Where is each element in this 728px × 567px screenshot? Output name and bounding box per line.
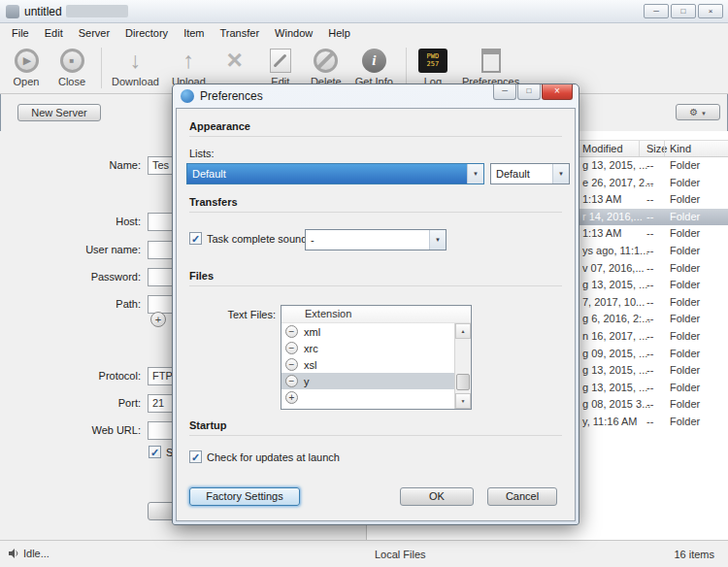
- host-label: Host:: [44, 216, 141, 227]
- list-item[interactable]: − xml: [281, 323, 454, 340]
- status-bar: Idle... Local Files 16 items: [0, 540, 728, 567]
- list-item-selected[interactable]: − y: [281, 373, 454, 389]
- text-files-label: Text Files:: [206, 309, 276, 320]
- section-files: Files: [189, 270, 214, 282]
- toolbar-open[interactable]: ▶ Open: [10, 46, 43, 87]
- add-extension-button[interactable]: +: [285, 391, 298, 404]
- add-path-button[interactable]: +: [150, 312, 166, 327]
- preferences-icon: [481, 49, 501, 73]
- toolbar-delete[interactable]: Delete: [310, 46, 343, 87]
- protocol-label: Protocol:: [44, 370, 141, 382]
- menu-directory[interactable]: Directory: [117, 25, 176, 41]
- menu-item[interactable]: Item: [176, 25, 212, 41]
- chevron-down-icon: ▼: [701, 111, 707, 117]
- log-icon: PWD257: [418, 49, 447, 73]
- menu-window[interactable]: Window: [267, 25, 320, 41]
- scroll-up-icon[interactable]: ▲: [455, 323, 471, 339]
- section-transfers: Transfers: [189, 196, 238, 208]
- extension-list: Extension − xml − xrc − xsl − y: [281, 305, 472, 410]
- window-title: untitled: [24, 5, 62, 18]
- minimize-button[interactable]: ─: [644, 4, 669, 18]
- password-label: Password:: [44, 271, 141, 283]
- check-icon: ✓: [190, 233, 201, 245]
- extension-column-header[interactable]: Extension: [281, 306, 471, 323]
- divider: [189, 285, 562, 286]
- dialog-title: Preferences: [200, 89, 263, 103]
- username-label: User name:: [44, 244, 141, 255]
- menu-server[interactable]: Server: [71, 25, 117, 41]
- factory-settings-button[interactable]: Factory Settings: [189, 487, 300, 506]
- chevron-down-icon: ▼: [429, 230, 446, 250]
- status-local-files: Local Files: [375, 549, 426, 560]
- toolbar-download[interactable]: ↓ Download: [112, 46, 159, 87]
- menu-file[interactable]: File: [4, 25, 37, 41]
- close-button[interactable]: ×: [698, 4, 723, 18]
- menu-transfer[interactable]: Transfer: [213, 25, 268, 41]
- column-modified[interactable]: Modified: [582, 143, 623, 154]
- download-icon: ↓: [130, 48, 142, 73]
- chevron-down-icon: ▼: [552, 164, 569, 183]
- name-label: Name:: [44, 159, 141, 171]
- dialog-maximize-button[interactable]: □: [517, 84, 541, 100]
- check-icon: ✓: [190, 451, 201, 463]
- x-icon: ×: [227, 48, 243, 73]
- lists-dropdown[interactable]: Default ▼: [186, 163, 484, 184]
- dialog-controls: ─ □ ×: [492, 84, 573, 100]
- lists-secondary-dropdown[interactable]: Default ▼: [490, 163, 570, 184]
- toolbar-log[interactable]: PWD257 Log: [416, 46, 449, 87]
- scroll-down-icon[interactable]: ▼: [455, 393, 471, 409]
- cancel-button[interactable]: Cancel: [487, 487, 557, 506]
- ok-button[interactable]: OK: [400, 487, 474, 506]
- maximize-button[interactable]: □: [671, 4, 696, 18]
- remove-extension-button[interactable]: −: [285, 325, 298, 338]
- title-selection: [66, 5, 128, 17]
- toolbar-upload[interactable]: ↑ Upload: [172, 46, 206, 87]
- toolbar-remove[interactable]: ×: [218, 46, 251, 76]
- dialog-close-button[interactable]: ×: [542, 84, 573, 100]
- action-gear-button[interactable]: ⚙ ▼: [676, 104, 720, 120]
- list-item-add[interactable]: +: [281, 389, 454, 406]
- divider: [189, 212, 562, 213]
- list-item[interactable]: − xrc: [281, 340, 454, 356]
- menu-edit[interactable]: Edit: [37, 25, 71, 41]
- speaker-icon: [8, 548, 19, 559]
- scrollbar[interactable]: ▲ ▼: [454, 323, 471, 409]
- screen: untitled ─ □ × File Edit Server Director…: [0, 0, 728, 567]
- toolbar-preferences[interactable]: Preferences: [462, 46, 519, 87]
- section-startup: Startup: [189, 419, 227, 431]
- delete-icon: [314, 49, 338, 73]
- remove-extension-button[interactable]: −: [285, 375, 298, 387]
- scrollbar-thumb[interactable]: [456, 374, 470, 390]
- task-sound-label: Task complete sound:: [207, 233, 310, 245]
- weburl-label: Web URL:: [44, 424, 141, 436]
- toolbar-getinfo[interactable]: i Get Info: [355, 46, 393, 87]
- list-item[interactable]: − xsl: [281, 356, 454, 373]
- preferences-dialog: Preferences ─ □ × Appearance Lists: Defa…: [172, 83, 579, 525]
- main-titlebar: untitled: [0, 0, 728, 23]
- path-label: Path:: [44, 298, 141, 310]
- task-sound-checkbox[interactable]: ✓: [189, 232, 202, 245]
- menu-help[interactable]: Help: [320, 25, 358, 41]
- updates-checkbox[interactable]: ✓: [189, 450, 202, 463]
- dialog-body: Appearance Lists: Default ▼ Default ▼ Tr…: [176, 108, 576, 521]
- form-checkbox[interactable]: ✓: [149, 446, 161, 458]
- column-divider: [664, 141, 665, 156]
- chevron-down-icon: ▼: [467, 164, 483, 183]
- toolbar-edit[interactable]: Edit: [264, 46, 297, 87]
- remove-extension-button[interactable]: −: [285, 358, 298, 371]
- divider: [189, 435, 562, 436]
- status-idle: Idle...: [8, 548, 50, 559]
- column-divider: [639, 141, 640, 156]
- check-icon: ✓: [149, 447, 160, 458]
- window-controls: ─ □ ×: [644, 4, 723, 18]
- toolbar-close[interactable]: ■ Close: [55, 46, 88, 87]
- new-server-button[interactable]: New Server: [17, 104, 101, 121]
- port-label: Port:: [44, 397, 141, 409]
- toolbar-separator: [406, 48, 407, 88]
- column-kind[interactable]: Kind: [670, 143, 691, 154]
- task-sound-dropdown[interactable]: - ▼: [305, 229, 447, 250]
- remove-extension-button[interactable]: −: [285, 342, 298, 354]
- dialog-minimize-button[interactable]: ─: [493, 84, 516, 100]
- divider: [189, 136, 562, 137]
- dialog-app-icon: [181, 89, 194, 103]
